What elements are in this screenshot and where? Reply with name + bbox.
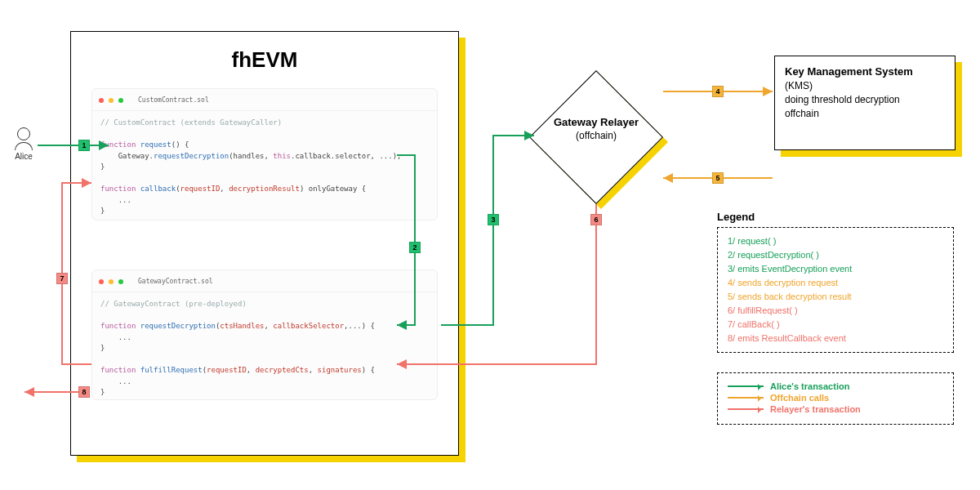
- legend-arrow-row: Relayer's transaction: [728, 404, 943, 414]
- code-panel-header: GatewayContract.sol: [92, 270, 437, 292]
- step-badge-8: 8: [78, 386, 90, 398]
- arrow-sample-icon: [728, 397, 764, 399]
- legend-item: 4/ sends decryption request: [728, 276, 943, 290]
- person-head-icon: [17, 127, 30, 140]
- legend-arrow-row: Offchain calls: [728, 393, 943, 403]
- legend-item: 5/ sends back decryption result: [728, 290, 943, 304]
- window-dot-yellow-icon: [109, 98, 114, 103]
- legend-item: 7/ callBack( ): [728, 318, 943, 332]
- kms-box: Key Management System (KMS) doing thresh…: [774, 56, 956, 150]
- arrow-sample-icon: [728, 408, 764, 410]
- window-dot-green-icon: [118, 279, 123, 284]
- legend-item: 3/ emits EventDecryption event: [728, 262, 943, 276]
- legend-item: 2/ requestDecryption( ): [728, 248, 943, 262]
- step-badge-2: 2: [409, 242, 421, 253]
- person-body-icon: [15, 142, 33, 150]
- code-filename: GatewayContract.sol: [133, 275, 218, 288]
- legend-title: Legend: [717, 211, 755, 223]
- window-dot-green-icon: [118, 98, 123, 103]
- kms-sub1: (KMS): [785, 79, 945, 93]
- gateway-relayer-node: Gateway Relayer (offchain): [531, 70, 662, 201]
- legend-item: 8/ emits ResultCallback event: [728, 332, 943, 345]
- code-panel-header: CustomContract.sol: [92, 89, 437, 111]
- window-dot-yellow-icon: [109, 279, 114, 284]
- code-filename: CustomContract.sol: [133, 94, 214, 107]
- kms-title: Key Management System: [785, 65, 945, 79]
- kms-sub3: offchain: [785, 107, 945, 121]
- legend-arrows-box: Alice's transaction Offchain calls Relay…: [717, 372, 954, 425]
- step-badge-6: 6: [590, 214, 602, 225]
- code-panel-custom-contract: CustomContract.sol // CustomContract (ex…: [91, 88, 438, 220]
- actor-label: Alice: [15, 152, 33, 161]
- step-badge-4: 4: [712, 86, 724, 97]
- legend-steps-box: 1/ request( ) 2/ requestDecryption( ) 3/…: [717, 227, 954, 353]
- actor-alice: Alice: [15, 127, 33, 161]
- code-body: // GatewayContract (pre-deployed) functi…: [92, 292, 437, 405]
- legend-item: 6/ fulfillRequest( ): [728, 304, 943, 318]
- code-body: // CustomContract (extends GatewayCaller…: [92, 111, 437, 224]
- step-badge-1: 1: [78, 140, 90, 151]
- legend-item: 1/ request( ): [728, 234, 943, 248]
- fhevm-title: fhEVM: [70, 47, 459, 73]
- step-badge-7: 7: [56, 273, 68, 284]
- step-badge-3: 3: [488, 214, 499, 225]
- arrow-sample-icon: [728, 385, 764, 387]
- legend-arrow-row: Alice's transaction: [728, 381, 943, 391]
- code-panel-gateway-contract: GatewayContract.sol // GatewayContract (…: [91, 270, 438, 400]
- kms-sub2: doing threshold decryption: [785, 93, 945, 107]
- window-dot-red-icon: [99, 98, 104, 103]
- step-badge-5: 5: [712, 172, 724, 184]
- gateway-relayer-label: Gateway Relayer (offchain): [531, 116, 662, 141]
- window-dot-red-icon: [99, 279, 104, 284]
